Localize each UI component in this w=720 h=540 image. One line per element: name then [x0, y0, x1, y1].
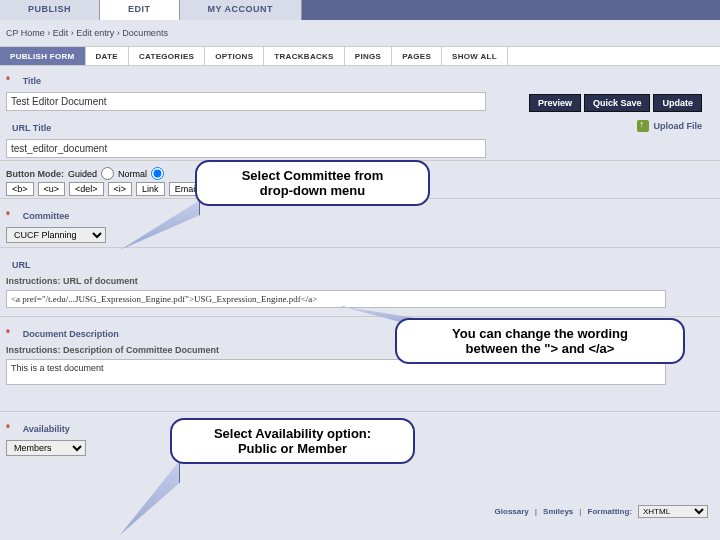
subtab-pings[interactable]: PINGS: [345, 47, 392, 65]
callout-availability: Select Availability option: Public or Me…: [170, 418, 415, 464]
availability-select[interactable]: Members: [6, 440, 86, 456]
required-marker: *: [6, 75, 10, 86]
availability-label: Availability: [17, 418, 76, 436]
mode-guided-radio[interactable]: [101, 167, 114, 180]
subtab-pages[interactable]: PAGES: [392, 47, 442, 65]
nav-tab-edit[interactable]: EDIT: [100, 0, 180, 20]
title-input[interactable]: [6, 92, 486, 111]
url-input[interactable]: <a pref="/t.edu/...JUSG_Expression_Engin…: [6, 290, 666, 308]
subtab-show-all[interactable]: SHOW ALL: [442, 47, 508, 65]
callout-wording: You can change the wording between the "…: [395, 318, 685, 364]
subtab-row: PUBLISH FORM DATE CATEGORIES OPTIONS TRA…: [0, 46, 720, 66]
callout-committee: Select Committee from drop-down menu: [195, 160, 430, 206]
url-instructions: Instructions: URL of document: [0, 274, 720, 288]
subtab-date[interactable]: DATE: [86, 47, 129, 65]
smileys-link[interactable]: Smileys: [543, 507, 573, 516]
fmt-u-button[interactable]: <u>: [38, 182, 66, 196]
urltitle-label: URL Title: [6, 117, 57, 135]
urltitle-input[interactable]: [6, 139, 486, 158]
subtab-trackbacks[interactable]: TRACKBACKS: [264, 47, 344, 65]
mode-normal-radio[interactable]: [151, 167, 164, 180]
nav-tab-publish[interactable]: PUBLISH: [0, 0, 100, 20]
fmt-bold-button[interactable]: <b>: [6, 182, 34, 196]
committee-label: Committee: [17, 205, 76, 223]
button-mode-label: Button Mode:: [6, 169, 64, 179]
fmt-i-button[interactable]: <i>: [108, 182, 133, 196]
preview-button[interactable]: Preview: [529, 94, 581, 112]
docdesc-label: Document Description: [17, 323, 125, 341]
committee-select[interactable]: CUCF Planning: [6, 227, 106, 243]
action-buttons: Preview Quick Save Update: [529, 94, 702, 112]
fmt-del-button[interactable]: <del>: [69, 182, 104, 196]
formatting-select[interactable]: XHTML: [638, 505, 708, 518]
fmt-link-button[interactable]: Link: [136, 182, 165, 196]
subtab-options[interactable]: OPTIONS: [205, 47, 264, 65]
nav-tab-myaccount[interactable]: MY ACCOUNT: [180, 0, 303, 20]
breadcrumb: CP Home › Edit › Edit entry › Documents: [0, 20, 720, 46]
url-label: URL: [6, 254, 37, 272]
update-button[interactable]: Update: [653, 94, 702, 112]
subtab-publish-form[interactable]: PUBLISH FORM: [0, 47, 86, 65]
formatting-label: Formatting:: [588, 507, 632, 516]
upload-icon: [637, 120, 649, 132]
quick-save-button[interactable]: Quick Save: [584, 94, 651, 112]
glossary-link[interactable]: Glossary: [495, 507, 529, 516]
subtab-categories[interactable]: CATEGORIES: [129, 47, 205, 65]
top-nav: PUBLISH EDIT MY ACCOUNT: [0, 0, 720, 20]
callout-3-tail: [120, 460, 180, 535]
upload-file-link[interactable]: Upload File: [637, 120, 702, 132]
title-label: Title: [17, 70, 47, 88]
footer-links: Glossary | Smileys | Formatting: XHTML: [495, 505, 708, 518]
